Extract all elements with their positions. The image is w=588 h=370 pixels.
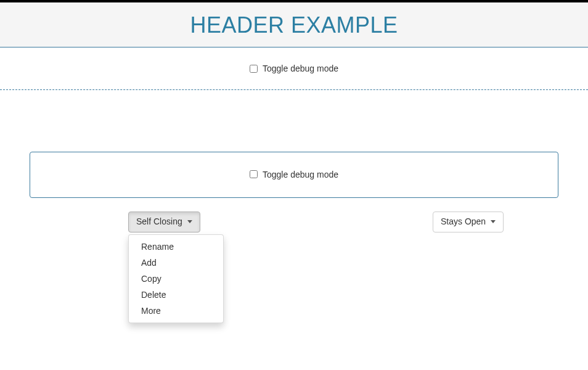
caret-down-icon [491,220,496,223]
toggle-debug-label-top: Toggle debug mode [263,64,338,73]
stays-open-group: Stays Open [433,212,504,232]
page-title: HEADER EXAMPLE [0,12,588,38]
stays-open-button[interactable]: Stays Open [433,212,504,232]
stays-open-label: Stays Open [441,216,486,228]
caret-down-icon [187,220,192,223]
dropdown-item-more[interactable]: More [129,303,223,319]
self-closing-label: Self Closing [136,216,182,228]
dropdown-item-delete[interactable]: Delete [129,287,223,303]
panel: Toggle debug mode [30,152,558,199]
page-header: HEADER EXAMPLE [0,2,588,47]
toggle-debug-label-panel: Toggle debug mode [263,170,338,179]
toggle-debug-top[interactable]: Toggle debug mode [250,64,338,73]
toggle-debug-panel[interactable]: Toggle debug mode [250,170,338,179]
dropdown-item-add[interactable]: Add [129,255,223,271]
dropdown-menu: Rename Add Copy Delete More [128,234,224,323]
spacer [0,90,588,152]
dropdown-item-rename[interactable]: Rename [129,239,223,255]
toggle-debug-checkbox-panel[interactable] [250,170,258,178]
button-row: Self Closing Rename Add Copy Delete More… [30,212,558,335]
toggle-debug-checkbox-top[interactable] [250,65,258,73]
toggle-debug-row-top: Toggle debug mode [0,47,588,90]
self-closing-button[interactable]: Self Closing [128,212,200,232]
dropdown-item-copy[interactable]: Copy [129,271,223,287]
self-closing-group: Self Closing Rename Add Copy Delete More [128,212,200,232]
